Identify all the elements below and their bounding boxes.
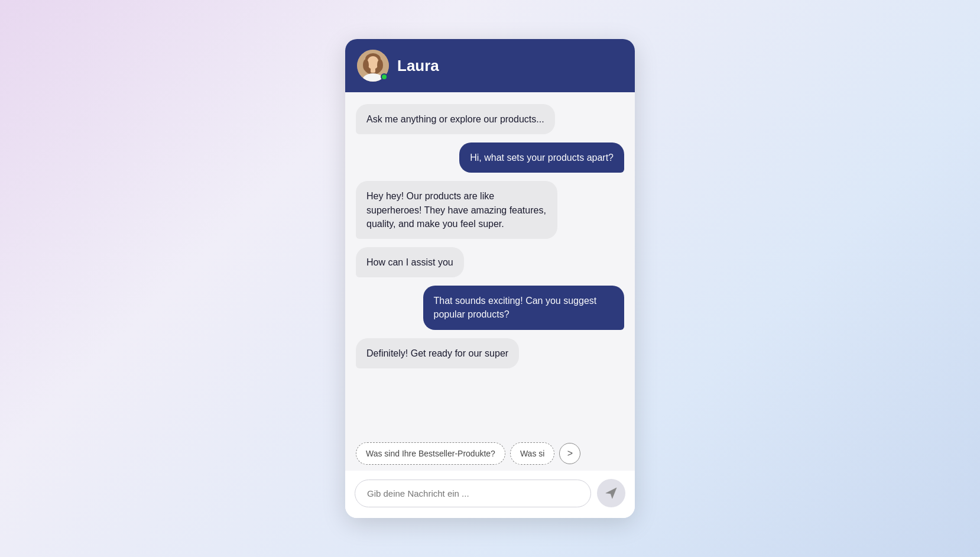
send-button[interactable] — [597, 479, 625, 507]
svg-point-7 — [377, 59, 383, 71]
message-bubble: That sounds exciting! Can you suggest po… — [423, 286, 625, 329]
chat-window: Laura Ask me anything or explore our pro… — [345, 39, 635, 518]
quick-reply-button[interactable]: Was si — [510, 442, 554, 465]
message-input[interactable] — [355, 480, 591, 507]
message-bubble: Ask me anything or explore our products.… — [356, 104, 555, 134]
quick-replies-more-button[interactable]: > — [559, 443, 580, 464]
quick-replies-row: Was sind Ihre Bestseller-Produkte? Was s… — [345, 438, 635, 471]
messages-container: Ask me anything or explore our products.… — [345, 92, 635, 438]
message-bubble: How can I assist you — [356, 247, 464, 277]
chat-input-row — [345, 471, 635, 518]
message-bubble: Hi, what sets your products apart? — [459, 143, 624, 173]
send-icon — [605, 487, 618, 500]
quick-reply-button[interactable]: Was sind Ihre Bestseller-Produkte? — [356, 442, 505, 465]
chat-header: Laura — [345, 39, 635, 92]
avatar-wrapper — [357, 50, 389, 82]
online-indicator — [381, 73, 388, 80]
agent-name: Laura — [397, 57, 439, 75]
svg-point-6 — [363, 59, 369, 71]
svg-point-3 — [367, 56, 379, 69]
message-bubble: Hey hey! Our products are like superhero… — [356, 181, 557, 239]
message-bubble: Definitely! Get ready for our super — [356, 338, 519, 368]
svg-rect-5 — [371, 68, 375, 73]
